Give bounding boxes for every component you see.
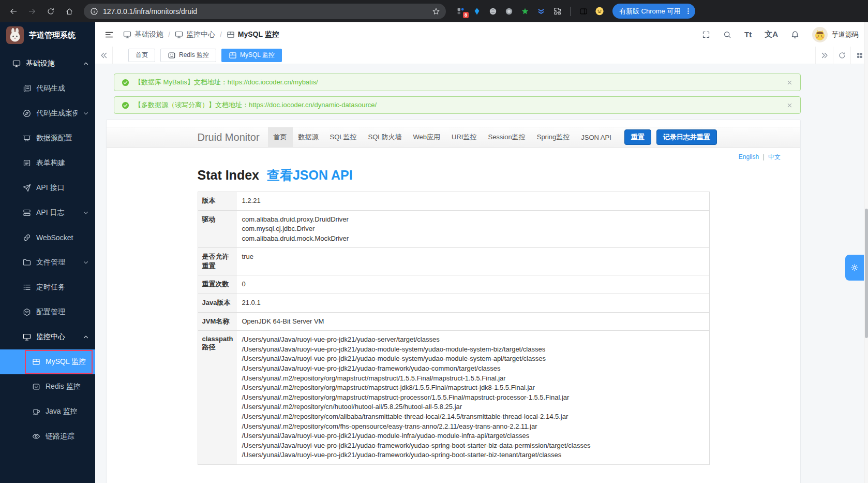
sidebar-item-config-manage[interactable]: 配置管理: [0, 300, 95, 325]
tasks-icon: [23, 283, 31, 291]
druid-monitor-card: Druid Monitor 首页数据源SQL监控SQL防火墙Web应用URI监控…: [106, 119, 801, 483]
sidebar-item-label: MySQL 监控: [46, 357, 89, 367]
druid-nav-item[interactable]: Spring监控: [531, 127, 576, 147]
sidebar-item-infra[interactable]: 基础设施: [0, 51, 95, 76]
reset-button[interactable]: 重置: [624, 129, 651, 145]
font-size-icon[interactable]: Tt: [744, 30, 752, 39]
breadcrumb-item-infra[interactable]: 基础设施: [123, 30, 163, 39]
alert-close-icon[interactable]: [786, 79, 793, 86]
sidebar-item-datasource-config[interactable]: 数据源配置: [0, 126, 95, 151]
extension-green-star-icon[interactable]: [520, 7, 530, 16]
tabs-scroll-right-icon[interactable]: [815, 47, 833, 64]
druid-nav-item[interactable]: SQL防火墙: [363, 127, 408, 147]
chrome-update-label: 有新版 Chrome 可用: [619, 7, 680, 16]
sidebar-item-monitor-center[interactable]: 监控中心: [0, 325, 95, 349]
extension-kite-icon[interactable]: [472, 7, 482, 16]
browser-back-button[interactable]: [5, 3, 22, 20]
druid-nav-item[interactable]: Session监控: [482, 127, 531, 147]
profile-emoji-avatar[interactable]: [595, 7, 604, 16]
lang-english-link[interactable]: English: [739, 153, 759, 160]
druid-nav-item[interactable]: URI监控: [446, 127, 482, 147]
search-icon[interactable]: [723, 31, 731, 39]
browser-toolbar: 127.0.0.1/infra/monitors/druid 8 有新版 Ch: [0, 0, 868, 22]
sidebar-item-scheduled-task[interactable]: 定时任务: [0, 275, 95, 300]
sidebar-item-label: 监控中心: [36, 332, 78, 342]
user-menu[interactable]: 芋道源码: [812, 27, 859, 42]
sidebar-item-label: 定时任务: [36, 283, 89, 292]
lang-chinese-link[interactable]: 中文: [768, 153, 781, 160]
browser-reload-button[interactable]: [42, 3, 59, 20]
breadcrumb-separator: /: [168, 31, 170, 39]
druid-nav-item[interactable]: SQL监控: [324, 127, 363, 147]
side-panel-icon[interactable]: [579, 7, 588, 16]
value-line: /Users/yunai/Java/ruoyi-vue-pro-jdk21/yu…: [242, 431, 704, 441]
chrome-update-button[interactable]: 有新版 Chrome 可用: [612, 4, 695, 19]
extensions-puzzle-icon[interactable]: [552, 7, 562, 16]
chevron-down-icon: [83, 259, 89, 266]
url-text[interactable]: 127.0.0.1/infra/monitors/druid: [103, 7, 425, 16]
log-and-reset-button[interactable]: 记录日志并重置: [656, 129, 717, 145]
druid-body: Stat Index 查看JSON API 版本1.2.21驱动com.alib…: [198, 167, 710, 465]
sidebar-item-api-interface[interactable]: API 接口: [0, 175, 95, 200]
translate-icon[interactable]: 文A: [765, 30, 778, 39]
value-line: /Users/yunai/.m2/repository/com/fhs-open…: [242, 422, 704, 432]
sidebar-item-redis-monitor[interactable]: Redis 监控: [0, 374, 95, 399]
extension-gray-round-icon[interactable]: [488, 7, 498, 16]
sidebar-item-label: API 接口: [36, 183, 89, 193]
sidebar-item-label: 文件管理: [36, 258, 78, 267]
extension-gray-circle-icon[interactable]: [504, 7, 514, 16]
sidebar-item-code-gen[interactable]: 代码生成: [0, 76, 95, 101]
tabs-refresh-icon[interactable]: [833, 47, 850, 64]
sidebar-item-label: 链路追踪: [46, 432, 89, 441]
plane-icon: [23, 184, 31, 192]
tab-mysql-monitor[interactable]: MySQL 监控: [221, 49, 282, 62]
value-line: 1.2.21: [242, 196, 704, 206]
sidebar-item-java-monitor[interactable]: Java 监控: [0, 399, 95, 424]
sidebar-item-file-manage[interactable]: 文件管理: [0, 250, 95, 275]
fullscreen-icon[interactable]: [702, 31, 710, 39]
value-line: /Users/yunai/.m2/repository/cn/hutool/hu…: [242, 402, 704, 412]
extensions-row: 8: [456, 7, 604, 16]
table-row: classpath 路径/Users/yunai/Java/ruoyi-vue-…: [198, 331, 709, 465]
address-bar[interactable]: 127.0.0.1/infra/monitors/druid: [84, 4, 446, 19]
sidebar-item-mysql-monitor[interactable]: MySQL 监控: [0, 349, 95, 374]
druid-nav-item[interactable]: JSON API: [575, 127, 617, 147]
bookmark-star-icon[interactable]: [429, 5, 443, 18]
druid-nav-item[interactable]: Web应用: [408, 127, 446, 147]
druid-nav-item[interactable]: 首页: [268, 127, 293, 147]
link-icon: [23, 233, 31, 242]
alert-close-icon[interactable]: [786, 102, 793, 109]
row-label: 版本: [198, 192, 236, 211]
collapse-menu-icon[interactable]: [104, 30, 114, 39]
tab-label: Redis 监控: [179, 51, 209, 60]
redis-icon: [32, 383, 40, 391]
view-json-api-link[interactable]: 查看JSON API: [267, 168, 353, 182]
browser-home-button[interactable]: [61, 3, 78, 20]
sidebar-item-trace[interactable]: 链路追踪: [0, 424, 95, 449]
breadcrumb-item-monitor-center[interactable]: 监控中心: [175, 30, 215, 39]
extension-chevrons-icon[interactable]: [536, 7, 546, 16]
extension-adblock-icon[interactable]: 8: [456, 7, 466, 16]
sidebar-item-websocket[interactable]: WebSocket: [0, 225, 95, 250]
stat-index-title: Stat Index 查看JSON API: [198, 167, 710, 184]
settings-gear-button[interactable]: [845, 255, 864, 281]
scrollbar-thumb[interactable]: [865, 209, 868, 338]
row-value: 1.2.21: [236, 192, 709, 211]
breadcrumb-item-mysql-monitor[interactable]: MySQL 监控: [227, 30, 279, 39]
value-line: /Users/yunai/.m2/repository/com/alibaba/…: [242, 412, 704, 422]
tab-redis-monitor[interactable]: Redis 监控: [160, 49, 216, 62]
browser-menu-kebab-icon[interactable]: [684, 7, 692, 15]
notification-bell-icon[interactable]: [791, 31, 799, 39]
druid-nav-buttons: 重置 记录日志并重置: [624, 127, 717, 147]
table-row: JVM名称OpenJDK 64-Bit Server VM: [198, 312, 709, 331]
site-info-icon[interactable]: [90, 7, 98, 16]
tabs-scroll-left-icon[interactable]: [95, 47, 113, 64]
chevron-down-icon: [83, 110, 89, 116]
sidebar-item-form-builder[interactable]: 表单构建: [0, 151, 95, 175]
tab-home[interactable]: 首页: [128, 49, 155, 62]
sidebar-item-code-gen-demo[interactable]: 代码生成案例: [0, 101, 95, 126]
sidebar-item-api-log[interactable]: API 日志: [0, 200, 95, 225]
druid-nav-item[interactable]: 数据源: [293, 127, 324, 147]
value-line: /Users/yunai/Java/ruoyi-vue-pro-jdk21/yu…: [242, 354, 704, 364]
browser-forward-button[interactable]: [24, 3, 40, 20]
